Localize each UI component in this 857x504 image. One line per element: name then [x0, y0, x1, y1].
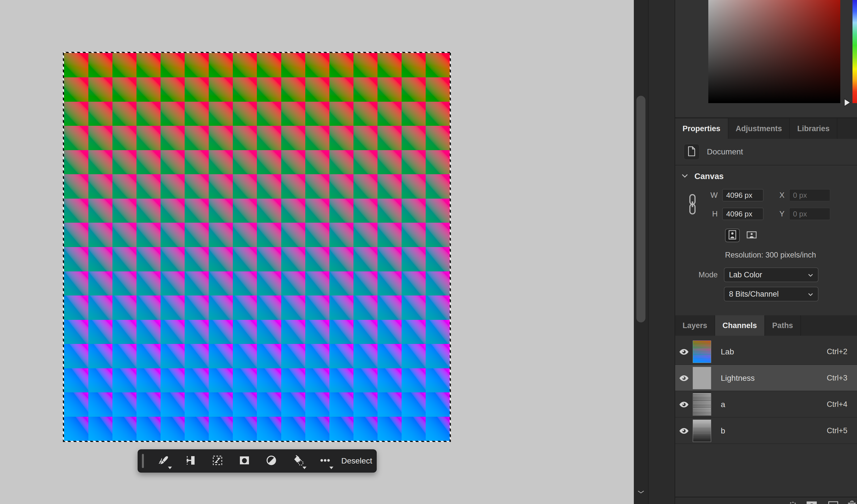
width-x-row: W X — [709, 189, 857, 201]
height-input[interactable] — [722, 208, 763, 220]
channel-shortcut: Ctrl+5 — [827, 426, 847, 435]
document-icon-button[interactable] — [684, 144, 700, 160]
mode-row: Mode Lab Color — [675, 267, 857, 282]
height-label: H — [709, 209, 718, 218]
link-dimensions-icon[interactable] — [688, 193, 697, 217]
adjustment-icon — [266, 455, 277, 467]
dropdown-caret-icon[interactable] — [302, 467, 306, 469]
channel-row-lab[interactable]: Lab Ctrl+2 — [675, 338, 857, 365]
tab-layers[interactable]: Layers — [675, 315, 715, 336]
scrollbar-thumb[interactable] — [636, 96, 645, 322]
orientation-buttons — [725, 229, 857, 242]
mode-label: Mode — [675, 271, 718, 279]
chevron-down-icon — [808, 290, 813, 299]
document-canvas[interactable] — [64, 53, 450, 441]
chevron-down-icon — [808, 271, 813, 279]
color-mode-value: Lab Color — [729, 271, 808, 279]
more-options-button[interactable] — [312, 451, 338, 471]
brush-icon — [158, 455, 169, 467]
panel-dock-gutter — [648, 0, 675, 504]
channel-thumbnail-a[interactable] — [693, 393, 711, 416]
tab-libraries[interactable]: Libraries — [790, 118, 838, 139]
fill-selection-button[interactable] — [285, 451, 312, 471]
delete-channel-trash-icon[interactable] — [847, 501, 857, 504]
x-input[interactable] — [789, 189, 830, 201]
scroll-down-chevron-icon[interactable] — [637, 490, 644, 496]
tab-paths[interactable]: Paths — [765, 315, 801, 336]
dropdown-caret-icon[interactable] — [168, 467, 172, 469]
x-label: X — [776, 191, 785, 200]
depth-row: 8 Bits/Channel — [724, 287, 857, 301]
channel-name: b — [721, 426, 827, 435]
color-picker-panel — [675, 0, 857, 118]
hue-slider-arrow[interactable] — [843, 98, 852, 108]
canvas-section-title: Canvas — [694, 172, 724, 181]
selection-marching-ants — [63, 52, 451, 442]
channel-row-lightness[interactable]: Lightness Ctrl+3 — [675, 365, 857, 391]
channel-thumbnail-lab[interactable] — [693, 340, 711, 363]
channel-row-a[interactable]: a Ctrl+4 — [675, 391, 857, 418]
transform-selection-icon — [212, 455, 223, 467]
panel-dock: Properties Adjustments Libraries Documen… — [675, 0, 857, 504]
tab-channels[interactable]: Channels — [715, 315, 765, 336]
modify-selection-button[interactable] — [177, 451, 204, 471]
create-adjustment-button[interactable] — [258, 451, 285, 471]
channels-panel: Layers Channels Paths Lab Ctrl+2 — [675, 315, 857, 504]
canvas-section-header[interactable]: Canvas — [682, 172, 857, 181]
task-bar-grip[interactable] — [142, 454, 144, 468]
ellipsis-icon — [319, 455, 331, 467]
bit-depth-select[interactable]: 8 Bits/Channel — [724, 287, 819, 301]
load-selection-icon[interactable] — [787, 501, 798, 504]
orientation-landscape-button[interactable] — [744, 229, 759, 242]
visibility-eye-icon[interactable] — [675, 428, 693, 434]
channel-row-b[interactable]: b Ctrl+5 — [675, 418, 857, 444]
contextual-task-bar: Deselect — [138, 449, 377, 473]
visibility-eye-icon[interactable] — [675, 375, 693, 381]
width-input[interactable] — [722, 189, 763, 201]
portrait-icon — [728, 230, 737, 241]
properties-tabstrip: Properties Adjustments Libraries — [675, 118, 857, 139]
color-picker-hue-strip[interactable] — [853, 0, 857, 103]
section-chevron-icon — [682, 174, 688, 179]
channel-name: a — [721, 400, 827, 409]
resolution-text: Resolution: 300 pixels/inch — [725, 251, 857, 259]
width-label: W — [709, 191, 718, 200]
create-mask-button[interactable] — [231, 451, 258, 471]
transform-selection-button[interactable] — [204, 451, 231, 471]
paint-bucket-icon — [292, 455, 304, 467]
dropdown-caret-icon[interactable] — [330, 467, 333, 469]
deselect-button[interactable]: Deselect — [341, 456, 372, 466]
color-picker-saturation-square[interactable] — [708, 0, 840, 103]
document-row: Document — [684, 144, 857, 160]
selection-brush-button[interactable] — [150, 451, 177, 471]
height-y-row: H Y — [709, 208, 857, 220]
canvas-size-fields: W X H Y — [675, 189, 857, 220]
visibility-eye-icon[interactable] — [675, 401, 693, 408]
channel-thumbnail-lightness[interactable] — [693, 367, 711, 389]
divider — [675, 165, 857, 166]
tab-properties[interactable]: Properties — [675, 118, 728, 139]
channels-tabstrip: Layers Channels Paths — [675, 315, 857, 336]
color-mode-select[interactable]: Lab Color — [724, 267, 819, 282]
channel-thumbnail-b[interactable] — [693, 420, 711, 442]
orientation-portrait-button[interactable] — [725, 229, 740, 242]
mask-icon — [239, 455, 250, 467]
channel-list: Lab Ctrl+2 Lightness Ctrl+3 a — [675, 338, 857, 444]
document-label: Document — [707, 147, 743, 156]
new-channel-icon[interactable] — [827, 501, 839, 504]
channel-shortcut: Ctrl+2 — [827, 347, 847, 356]
channel-name: Lab — [721, 347, 827, 356]
save-selection-as-channel-icon[interactable] — [806, 501, 818, 504]
channel-shortcut: Ctrl+4 — [827, 400, 847, 409]
visibility-eye-icon[interactable] — [675, 349, 693, 355]
channels-footer — [675, 497, 857, 504]
y-input[interactable] — [789, 208, 830, 220]
photoshop-window: Deselect Properties Adjustments — [0, 0, 857, 504]
document-page-icon — [687, 146, 696, 157]
landscape-icon — [746, 230, 757, 240]
tab-adjustments[interactable]: Adjustments — [728, 118, 790, 139]
document-scrollbar[interactable] — [634, 0, 648, 504]
y-label: Y — [776, 209, 785, 218]
channel-name: Lightness — [721, 374, 827, 383]
bit-depth-value: 8 Bits/Channel — [729, 290, 808, 299]
